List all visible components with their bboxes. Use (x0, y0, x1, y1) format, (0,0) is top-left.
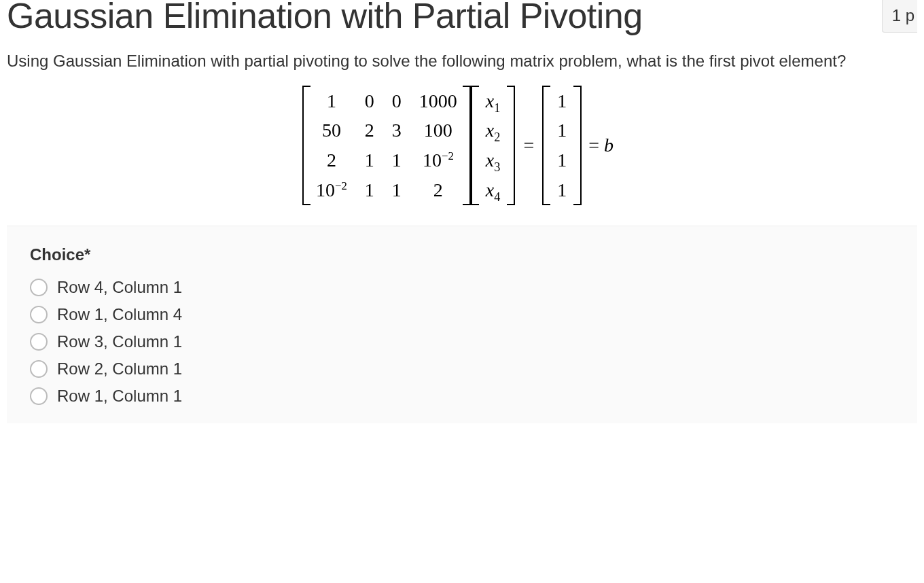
vector-b-cell: 1 (557, 119, 567, 142)
equation: 1001000502310021110−210−2112 x1x2x3x4 = … (7, 86, 917, 205)
choice-option[interactable]: Row 1, Column 1 (30, 383, 894, 410)
vector-b-cell: 1 (557, 90, 567, 113)
vector-x: x1x2x3x4 (471, 86, 516, 205)
vector-x-cell: x3 (486, 149, 501, 172)
matrix-a-cell: 3 (392, 119, 402, 142)
choice-option[interactable]: Row 3, Column 1 (30, 328, 894, 355)
matrix-a-cell: 0 (392, 90, 402, 113)
matrix-a-cell: 1000 (419, 90, 457, 113)
choice-label: Row 2, Column 1 (57, 359, 182, 378)
choice-option[interactable]: Row 1, Column 4 (30, 301, 894, 328)
matrix-a-cell: 10−2 (316, 179, 347, 202)
matrix-a-cell: 0 (365, 90, 374, 113)
choice-option[interactable]: Row 2, Column 1 (30, 355, 894, 383)
matrix-a-cell: 1 (365, 149, 374, 172)
header-row: Gaussian Elimination with Partial Pivoti… (7, 0, 917, 43)
choice-option[interactable]: Row 4, Column 1 (30, 274, 894, 301)
matrix-a-cell: 1 (392, 149, 402, 172)
vector-x-cell: x4 (486, 179, 501, 202)
radio-icon[interactable] (30, 306, 48, 323)
equals-b-label: = b (588, 135, 614, 156)
choice-label: Row 1, Column 4 (57, 305, 182, 324)
vector-x-cell: x1 (486, 90, 501, 113)
matrix-a-cell: 2 (365, 119, 374, 142)
equals-sign-1: = (523, 135, 534, 156)
choice-heading: Choice* (30, 245, 894, 264)
question-title: Gaussian Elimination with Partial Pivoti… (7, 0, 643, 37)
choices-panel: Choice* Row 4, Column 1Row 1, Column 4Ro… (7, 226, 917, 423)
matrix-a: 1001000502310021110−210−2112 (302, 86, 471, 205)
matrix-a-cell: 1 (327, 90, 336, 113)
matrix-a-cell: 10−2 (423, 149, 454, 172)
matrix-a-cell: 1 (365, 179, 374, 202)
choice-label: Row 4, Column 1 (57, 278, 182, 297)
vector-b-cell: 1 (557, 149, 567, 172)
matrix-a-cell: 100 (424, 119, 452, 142)
vector-b: 1111 (542, 86, 582, 205)
matrix-a-cell: 1 (392, 179, 402, 202)
matrix-a-cell: 2 (433, 179, 443, 202)
radio-icon[interactable] (30, 333, 48, 351)
matrix-a-cell: 2 (327, 149, 336, 172)
points-box: 1 p (882, 0, 917, 33)
question-prompt: Using Gaussian Elimination with partial … (7, 49, 917, 73)
choice-label: Row 3, Column 1 (57, 332, 182, 351)
vector-x-cell: x2 (486, 119, 501, 142)
question-page: Gaussian Elimination with Partial Pivoti… (0, 0, 924, 423)
vector-b-cell: 1 (557, 179, 567, 202)
choice-label: Row 1, Column 1 (57, 387, 182, 406)
radio-icon[interactable] (30, 360, 48, 378)
matrix-a-cell: 50 (322, 119, 341, 142)
radio-icon[interactable] (30, 279, 48, 296)
radio-icon[interactable] (30, 387, 48, 405)
